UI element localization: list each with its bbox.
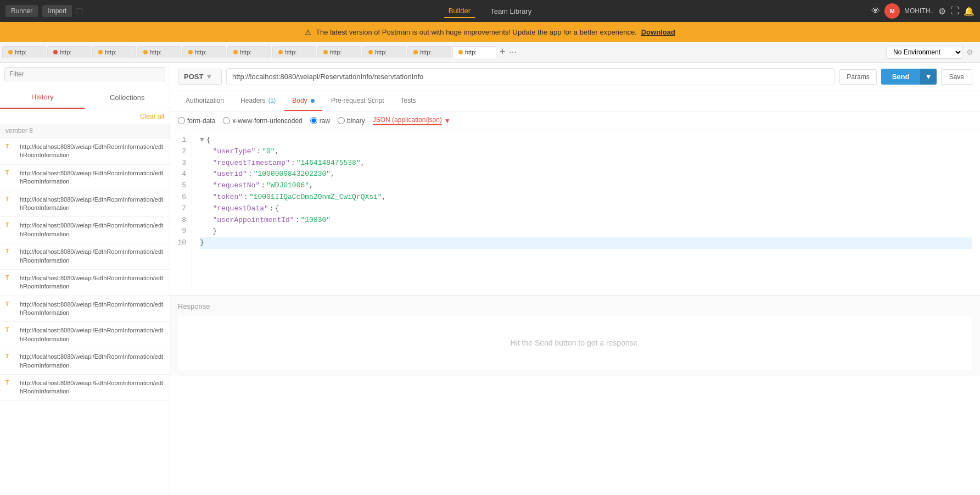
tab-authorization[interactable]: Authorization [178, 91, 232, 111]
environment-selector[interactable]: No Environment [886, 46, 963, 59]
tab-6[interactable]: http: [227, 46, 271, 58]
tab-tests[interactable]: Tests [393, 91, 424, 111]
method-label: POST [184, 73, 203, 81]
history-url: http://localhost:8080/weiapi/EdthRoomInf… [20, 379, 164, 396]
import-button[interactable]: Import [42, 5, 72, 17]
notification-text: The latest version of Postman is out wit… [316, 28, 637, 36]
response-area: Response Hit the Send button to get a re… [170, 295, 980, 376]
method-select[interactable]: POST ▼ [178, 69, 222, 85]
new-tab-icon[interactable]: □ [76, 5, 82, 17]
send-dropdown-button[interactable]: ▼ [920, 69, 936, 85]
history-url: http://localhost:8080/weiapi/EdthRoomInf… [20, 169, 164, 186]
request-bar: POST ▼ Params Send ▼ Save [170, 63, 980, 91]
history-url: http://localhost:8080/weiapi/EdthRoomInf… [20, 326, 164, 343]
tab-4[interactable]: http: [137, 46, 181, 58]
method-badge: T [5, 196, 16, 202]
eye-icon[interactable]: 👁 [871, 6, 880, 16]
params-button[interactable]: Params [839, 69, 876, 85]
history-item-5[interactable]: T http://localhost:8080/weiapi/EdthRoomI… [0, 243, 170, 270]
collapse-arrow[interactable]: ▼ [200, 135, 204, 146]
tab-bar: http: http: http: http: http: http: http… [0, 42, 980, 63]
history-item-2[interactable]: T http://localhost:8080/weiapi/EdthRoomI… [0, 165, 170, 191]
form-data-option[interactable]: form-data [178, 117, 215, 125]
tab-7[interactable]: http: [272, 46, 316, 58]
raw-option[interactable]: raw [310, 117, 330, 125]
send-button[interactable]: Send [881, 69, 921, 85]
code-line-2: "userType" : "0", [200, 146, 972, 158]
expand-icon[interactable]: ⛶ [950, 6, 959, 16]
form-data-radio[interactable] [178, 117, 185, 124]
tab-pre-request[interactable]: Pre-request Script [323, 91, 392, 111]
save-button[interactable]: Save [941, 69, 972, 85]
urlencoded-radio[interactable] [223, 117, 230, 124]
method-chevron-icon: ▼ [205, 73, 212, 81]
url-input[interactable] [226, 68, 835, 85]
history-item-6[interactable]: T http://localhost:8080/weiapi/EdthRoomI… [0, 270, 170, 296]
method-badge: T [5, 169, 16, 176]
tab-body[interactable]: Body [284, 91, 322, 111]
code-line-3: "requestTimestamp" : "1464148475538", [200, 158, 972, 169]
history-url: http://localhost:8080/weiapi/EdthRoomInf… [20, 274, 164, 291]
user-name: MOHITH.. [904, 7, 934, 15]
tab-builder[interactable]: Builder [444, 4, 475, 18]
code-line-4: "userid" : "1000000843202230", [200, 169, 972, 180]
tab-2[interactable]: http: [47, 46, 91, 58]
history-item-8[interactable]: T http://localhost:8080/weiapi/EdthRoomI… [0, 322, 170, 348]
new-tab-button[interactable]: + [497, 46, 508, 58]
history-tab[interactable]: History [0, 86, 85, 109]
history-url: http://localhost:8080/weiapi/EdthRoomInf… [20, 143, 164, 160]
settings-icon[interactable]: ⚙ [938, 6, 946, 16]
method-badge: T [5, 326, 16, 333]
code-line-6: "token" : "10001IIQaCcDma2OnmZ_CwiQrQXsi… [200, 192, 972, 203]
tab-11[interactable]: http: [452, 46, 496, 58]
sidebar-tabs: History Collections [0, 86, 170, 109]
history-list: T http://localhost:8080/weiapi/EdthRoomI… [0, 138, 170, 495]
tab-headers[interactable]: Headers (1) [233, 91, 283, 111]
bell-icon[interactable]: 🔔 [964, 6, 975, 16]
history-item-3[interactable]: T http://localhost:8080/weiapi/EdthRoomI… [0, 191, 170, 218]
clear-all-button[interactable]: Clear all [140, 113, 164, 120]
urlencoded-option[interactable]: x-www-form-urlencoded [223, 117, 302, 125]
tab-5[interactable]: http: [182, 46, 226, 58]
more-tabs-button[interactable]: ⋯ [509, 48, 517, 57]
code-line-9: } [200, 226, 972, 237]
tab-team-library[interactable]: Team Library [486, 4, 536, 18]
binary-radio[interactable] [338, 117, 345, 124]
collections-tab[interactable]: Collections [85, 86, 170, 109]
tab-3[interactable]: http: [92, 46, 136, 58]
tab-dot [368, 50, 373, 54]
tab-bar-right: No Environment ⚙ [886, 46, 978, 59]
tab-dot [323, 50, 328, 54]
code-editor[interactable]: 1 2 3 4 5 6 7 8 9 10 ▼ { "userType" [170, 130, 980, 295]
json-format-selector[interactable]: JSON (application/json) ▼ [373, 116, 451, 125]
tab-9[interactable]: http: [362, 46, 406, 58]
tab-8[interactable]: http: [317, 46, 361, 58]
sidebar-actions: Clear all [0, 109, 170, 124]
raw-radio[interactable] [310, 117, 317, 124]
user-avatar[interactable]: M [884, 3, 900, 19]
main-layout: History Collections Clear all vember 8 T… [0, 63, 980, 495]
top-bar: Runner Import □ Builder Team Library 👁 M… [0, 0, 980, 22]
env-settings-icon[interactable]: ⚙ [966, 48, 973, 57]
history-item-7[interactable]: T http://localhost:8080/weiapi/EdthRoomI… [0, 296, 170, 322]
runner-button[interactable]: Runner [5, 5, 38, 17]
method-badge: T [5, 353, 16, 359]
download-link[interactable]: Download [641, 28, 675, 36]
method-badge: T [5, 221, 16, 228]
response-label: Response [178, 302, 972, 310]
headers-badge: (1) [268, 97, 276, 104]
history-item-1[interactable]: T http://localhost:8080/weiapi/EdthRoomI… [0, 138, 170, 165]
code-content[interactable]: ▼ { "userType" : "0", "requestTimestamp"… [192, 135, 980, 291]
tab-1[interactable]: http: [2, 46, 46, 58]
code-line-8: "userAppointmentId" : "10030" [200, 215, 972, 226]
history-item-4[interactable]: T http://localhost:8080/weiapi/EdthRoomI… [0, 217, 170, 243]
code-line-1: ▼ { [200, 135, 972, 146]
response-empty-text: Hit the Send button to get a response. [489, 316, 662, 369]
body-options: form-data x-www-form-urlencoded raw bina… [170, 112, 980, 130]
tab-10[interactable]: http: [407, 46, 451, 58]
history-item-10[interactable]: T http://localhost:8080/weiapi/EdthRoomI… [0, 375, 170, 401]
top-bar-right: 👁 M MOHITH.. ⚙ ⛶ 🔔 [871, 3, 975, 19]
binary-option[interactable]: binary [338, 117, 365, 125]
filter-input[interactable] [4, 67, 165, 81]
history-item-9[interactable]: T http://localhost:8080/weiapi/EdthRoomI… [0, 348, 170, 375]
